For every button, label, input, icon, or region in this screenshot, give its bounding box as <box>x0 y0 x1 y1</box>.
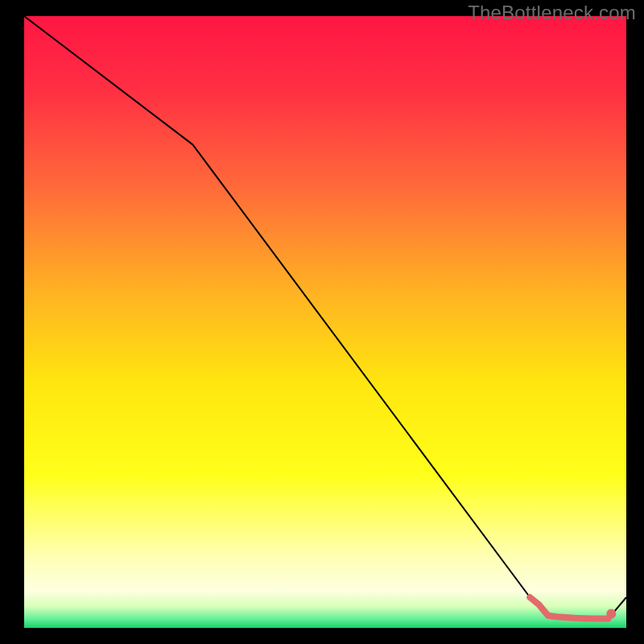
chart-root: TheBottleneck.com <box>0 0 644 644</box>
chart-svg <box>0 0 644 644</box>
highlight-end-dot <box>606 609 616 619</box>
watermark: TheBottleneck.com <box>468 2 636 24</box>
